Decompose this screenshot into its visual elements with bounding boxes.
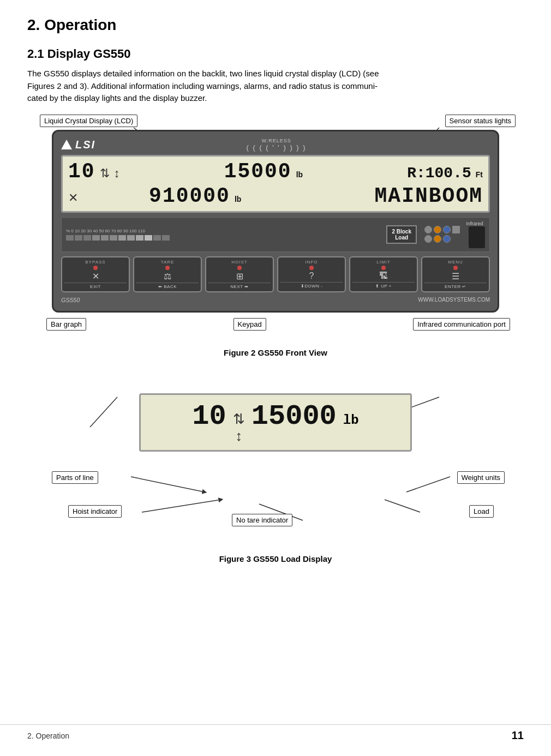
lcd-row-1: 10 ⇅ ↕ 15000 lb R:100.5 Ft bbox=[68, 160, 483, 183]
key-led bbox=[165, 266, 170, 270]
key-hoist-label: HOIST bbox=[208, 260, 271, 265]
bypass-exit-key[interactable]: BYPASS ✕ EXIT bbox=[61, 256, 130, 292]
sensor-m1 bbox=[424, 226, 432, 233]
bar-numbers: % 0 10 20 30 40 50 60 70 80 90 100 110 bbox=[66, 229, 170, 241]
sensor-buttons bbox=[424, 226, 460, 243]
section-title: 2.1 Display GS550 bbox=[27, 47, 524, 61]
key-exit-label: EXIT bbox=[64, 283, 127, 289]
device-footer: GS550 WWW.LOADSYSTEMS.COM bbox=[61, 297, 490, 303]
figure3-annotation-lines bbox=[35, 471, 516, 537]
footer-left: 2. Operation bbox=[27, 731, 69, 740]
key-bypass-label: BYPASS bbox=[64, 260, 127, 265]
page-footer: 2. Operation 11 bbox=[0, 724, 551, 746]
key-icon: ✕ bbox=[64, 271, 127, 281]
sensor-icon1 bbox=[452, 226, 460, 233]
logo-triangle-icon bbox=[61, 140, 72, 149]
figure3-annotations: Parts of line Weight units Hoist indicat… bbox=[35, 471, 516, 537]
info-down-key[interactable]: INFO ? ⬇DOWN - bbox=[277, 256, 346, 292]
lcd-icon2: ↕ bbox=[114, 166, 120, 181]
lcd-parts: 10 bbox=[68, 160, 95, 183]
device-website: WWW.LOADSYSTEMS.COM bbox=[418, 297, 490, 303]
hoist-next-key[interactable]: HOIST ⊞ NEXT ➡ bbox=[205, 256, 274, 292]
key-enter-label: ENTER ↵ bbox=[424, 283, 487, 289]
key-tare-label: TARE bbox=[136, 260, 199, 265]
block-load-box: 2 Block Load bbox=[386, 225, 417, 244]
tare-back-key[interactable]: TARE ⚖ ⬅ BACK bbox=[133, 256, 202, 292]
figure3-load: 15000 bbox=[251, 400, 337, 433]
key-limit-label: LIMIT bbox=[352, 260, 415, 265]
figure3-lcd-wrapper: 10 ⇅ ↕ 15000 lb bbox=[35, 382, 516, 463]
logo-text: LSI bbox=[75, 139, 95, 151]
sensor-gear2 bbox=[443, 235, 451, 243]
figure3-icons: ⇅ ↕ bbox=[233, 411, 245, 445]
sensor-gear1 bbox=[443, 226, 451, 233]
device-model: GS550 bbox=[61, 297, 80, 303]
figure3-parts: 10 bbox=[192, 400, 226, 433]
key-back-label: ⬅ BACK bbox=[136, 283, 199, 289]
key-led bbox=[381, 266, 386, 270]
wireless-indicator: W:RELESS ( ( ( ( ' ' ) ) ) ) bbox=[95, 138, 457, 152]
key-led bbox=[237, 266, 242, 270]
figure2-container: Liquid Crystal Display (LCD) Sensor stat… bbox=[30, 113, 521, 341]
figure3-caption: Figure 3 GS550 Load Display bbox=[27, 554, 524, 563]
limit-up-key[interactable]: LIMIT 🏗 ⬆ UP + bbox=[349, 256, 418, 292]
lcd-mainboom: MAINBOOM bbox=[375, 184, 483, 208]
no-tare-indicator-label: No tare indicator bbox=[232, 514, 292, 526]
wireless-bars: ( ( ( ( ' ' ) ) ) ) bbox=[95, 143, 457, 152]
figure2-caption: Figure 2 GS550 Front View bbox=[27, 348, 524, 357]
infrared-annotation-label: Infrared communication port bbox=[413, 318, 510, 331]
lcd-radius-unit: Ft bbox=[476, 170, 483, 179]
infrared-port bbox=[469, 226, 485, 248]
footer-page-number: 11 bbox=[512, 729, 524, 742]
key-led bbox=[309, 266, 314, 270]
key-icon: 🏗 bbox=[352, 271, 415, 281]
device-header: LSI W:RELESS ( ( ( ( ' ' ) ) ) ) bbox=[61, 138, 490, 152]
key-up-label: ⬆ UP + bbox=[352, 282, 415, 289]
sensor-a2 bbox=[434, 235, 441, 243]
svg-line-7 bbox=[142, 500, 221, 512]
key-down-label: ⬇DOWN - bbox=[280, 282, 343, 289]
lcd-load-unit: lb bbox=[296, 170, 303, 179]
wireless-label: W:RELESS bbox=[95, 138, 457, 143]
weight-units-label: Weight units bbox=[457, 471, 505, 484]
sensor-a1 bbox=[434, 226, 441, 233]
lcd-radius: R:100.5 bbox=[407, 165, 471, 182]
load-label: Load bbox=[469, 505, 494, 518]
svg-line-5 bbox=[131, 477, 205, 492]
lcd-moment-load: 910000 bbox=[149, 184, 230, 208]
figure3-lcd: 10 ⇅ ↕ 15000 lb bbox=[139, 393, 412, 452]
description: The GS550 displays detailed information … bbox=[27, 68, 524, 105]
sensor-annotation-label: Sensor status lights bbox=[445, 115, 516, 127]
key-next-label: NEXT ➡ bbox=[208, 283, 271, 289]
key-led bbox=[93, 266, 98, 270]
figure3-unit: lb bbox=[343, 413, 359, 428]
key-info-label: INFO bbox=[280, 260, 343, 265]
key-menu-label: MENU bbox=[424, 260, 487, 265]
sensor-row-2 bbox=[424, 235, 460, 243]
key-icon: ⚖ bbox=[136, 271, 199, 281]
svg-line-9 bbox=[385, 500, 420, 512]
figure3-container: 10 ⇅ ↕ 15000 lb bbox=[30, 368, 521, 548]
infrared-section: Infrared bbox=[464, 221, 485, 248]
lcd-display: 10 ⇅ ↕ 15000 lb R:100.5 Ft ✕ 910000 lb M… bbox=[61, 155, 490, 213]
lcd-cross-icon: ✕ bbox=[68, 191, 78, 205]
key-icon: ⊞ bbox=[208, 271, 271, 281]
sensor-row-1 bbox=[424, 226, 460, 233]
hoist-indicator-label: Hoist indicator bbox=[68, 505, 122, 518]
page-title: 2. Operation bbox=[27, 16, 524, 34]
key-led bbox=[453, 266, 458, 270]
keypad-row: BYPASS ✕ EXIT TARE ⚖ ⬅ BACK HOIST ⊞ NEXT… bbox=[61, 256, 490, 292]
bar-graph-annotation-label: Bar graph bbox=[46, 318, 86, 331]
key-icon: ☰ bbox=[424, 271, 487, 281]
lcd-moment-unit: lb bbox=[235, 195, 241, 203]
parts-of-line-label: Parts of line bbox=[52, 471, 98, 484]
infrared-text: Infrared bbox=[464, 221, 485, 226]
keypad-annotation-label: Keypad bbox=[233, 318, 266, 331]
lcd-row-2: ✕ 910000 lb MAINBOOM bbox=[68, 184, 483, 208]
svg-line-6 bbox=[406, 477, 450, 492]
lcd-annotation-label: Liquid Crystal Display (LCD) bbox=[40, 115, 137, 127]
middle-section: % 0 10 20 30 40 50 60 70 80 90 100 110 bbox=[61, 217, 490, 252]
menu-enter-key[interactable]: MENU ☰ ENTER ↵ bbox=[421, 256, 490, 292]
key-icon: ? bbox=[280, 271, 343, 281]
lcd-icon1: ⇅ bbox=[100, 166, 110, 181]
